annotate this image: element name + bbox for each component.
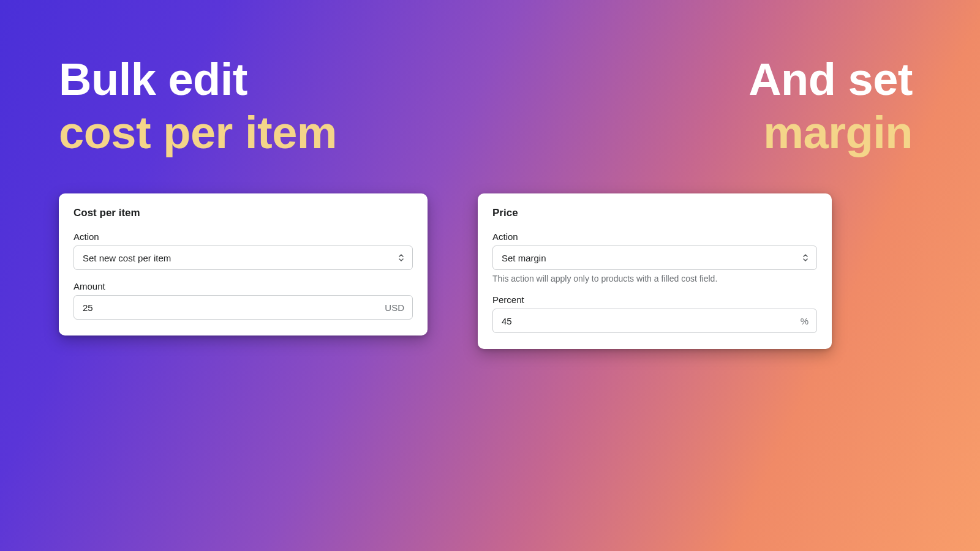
cost-action-label: Action [74, 231, 413, 242]
price-action-value: Set margin [502, 253, 546, 263]
price-percent-label: Percent [492, 294, 817, 305]
headline-left-line2: cost per item [59, 106, 337, 159]
cost-action-value: Set new cost per item [83, 253, 171, 263]
headline-right-line2: margin [748, 106, 913, 159]
price-action-help: This action will apply only to products … [492, 274, 817, 283]
headline-right-line1: And set [748, 53, 913, 106]
cost-action-select[interactable]: Set new cost per item [74, 246, 413, 270]
headline-left: Bulk edit cost per item [59, 53, 337, 160]
price-card: Price Action Set margin This action will… [478, 193, 832, 349]
cost-card-title: Cost per item [74, 207, 413, 219]
price-percent-input[interactable] [492, 309, 817, 333]
headline-right: And set margin [748, 53, 913, 160]
cost-amount-label: Amount [74, 281, 413, 291]
price-card-title: Price [492, 207, 817, 219]
headline-left-line1: Bulk edit [59, 53, 337, 106]
cost-per-item-card: Cost per item Action Set new cost per it… [59, 193, 428, 335]
price-action-label: Action [492, 231, 817, 242]
price-action-select[interactable]: Set margin [492, 246, 817, 270]
cost-amount-input[interactable] [74, 295, 413, 320]
